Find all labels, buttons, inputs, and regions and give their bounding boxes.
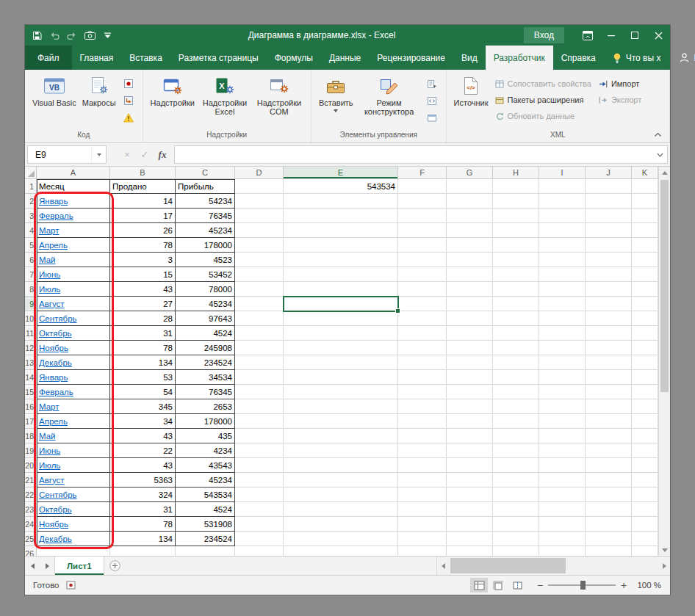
cell-G17[interactable] xyxy=(447,414,493,429)
cell-D20[interactable] xyxy=(235,458,284,473)
cell-B2[interactable]: 14 xyxy=(110,194,176,209)
page-layout-view-button[interactable] xyxy=(489,578,507,593)
cell-H6[interactable] xyxy=(493,253,539,267)
cell-I5[interactable] xyxy=(539,238,586,253)
cell-I22[interactable] xyxy=(539,488,586,502)
cell-A16[interactable]: Март xyxy=(37,399,110,414)
cell-D24[interactable] xyxy=(235,517,284,532)
cell-C2[interactable]: 54234 xyxy=(176,194,235,209)
cell-H24[interactable] xyxy=(493,517,539,532)
cell-H4[interactable] xyxy=(493,223,539,238)
cell-E16[interactable] xyxy=(284,399,398,414)
cell-F5[interactable] xyxy=(398,238,447,253)
cell-E9[interactable] xyxy=(284,297,398,311)
cell-H13[interactable] xyxy=(493,355,539,370)
row-header-16[interactable]: 16 xyxy=(25,399,37,414)
cell-E6[interactable] xyxy=(284,253,398,267)
cell-K12[interactable] xyxy=(632,341,658,355)
cell-A20[interactable]: Июль xyxy=(37,458,110,473)
cell-F18[interactable] xyxy=(398,429,447,443)
cell-F1[interactable] xyxy=(398,179,447,194)
cell-I13[interactable] xyxy=(539,355,586,370)
cell-I12[interactable] xyxy=(539,341,586,355)
horizontal-scroll-track[interactable] xyxy=(449,557,658,575)
cell-K2[interactable] xyxy=(632,194,658,209)
cell-K5[interactable] xyxy=(632,238,658,253)
camera-icon[interactable] xyxy=(81,25,98,46)
cell-D3[interactable] xyxy=(235,209,284,223)
scroll-down-icon[interactable] xyxy=(659,544,670,556)
cell-H21[interactable] xyxy=(493,473,539,488)
macros-button[interactable]: Макросы xyxy=(79,73,119,130)
cell-G13[interactable] xyxy=(447,355,493,370)
cell-C18[interactable]: 435 xyxy=(176,429,235,443)
tab-page-layout[interactable]: Разметка страницы xyxy=(170,46,267,70)
normal-view-button[interactable] xyxy=(470,578,488,593)
cell-A15[interactable]: Февраль xyxy=(37,385,110,399)
undo-icon[interactable] xyxy=(46,25,63,46)
row-header-5[interactable]: 5 xyxy=(25,238,37,253)
cell-B25[interactable]: 134 xyxy=(110,532,176,546)
row-header-12[interactable]: 12 xyxy=(25,341,37,355)
cell-A23[interactable]: Октябрь xyxy=(37,502,110,517)
cell-A6[interactable]: Май xyxy=(37,253,110,267)
row-header-23[interactable]: 23 xyxy=(25,502,37,517)
cell-E22[interactable] xyxy=(284,488,398,502)
formula-bar-expand-icon[interactable] xyxy=(653,145,668,164)
cell-F12[interactable] xyxy=(398,341,447,355)
cell-I19[interactable] xyxy=(539,443,586,458)
cell-D12[interactable] xyxy=(235,341,284,355)
cancel-entry-button[interactable]: × xyxy=(119,149,135,160)
cell-C11[interactable]: 4524 xyxy=(176,326,235,341)
page-break-view-button[interactable] xyxy=(508,578,526,593)
cell-B19[interactable]: 22 xyxy=(110,443,176,458)
cell-I26[interactable] xyxy=(539,546,586,556)
cell-F14[interactable] xyxy=(398,370,447,385)
cell-I2[interactable] xyxy=(539,194,586,209)
excel-addins-button[interactable]: X Надстройки Excel xyxy=(198,73,252,130)
cell-H26[interactable] xyxy=(493,546,539,556)
minimize-button[interactable] xyxy=(599,25,623,46)
insert-function-button[interactable]: fx xyxy=(154,149,170,161)
column-header-A[interactable]: A xyxy=(37,167,110,179)
cell-A10[interactable]: Сентябрь xyxy=(37,311,110,326)
cell-D7[interactable] xyxy=(235,267,284,282)
cell-K26[interactable] xyxy=(632,546,658,556)
cell-D6[interactable] xyxy=(235,253,284,267)
tab-view[interactable]: Вид xyxy=(453,46,486,70)
horizontal-scrollbar[interactable] xyxy=(436,557,670,575)
cell-D14[interactable] xyxy=(235,370,284,385)
cell-G23[interactable] xyxy=(447,502,493,517)
cell-D18[interactable] xyxy=(235,429,284,443)
cell-J1[interactable] xyxy=(586,179,632,194)
cell-B21[interactable]: 5363 xyxy=(110,473,176,488)
tell-me-box[interactable]: Что вы х xyxy=(604,46,670,70)
cell-H19[interactable] xyxy=(493,443,539,458)
cell-J3[interactable] xyxy=(586,209,632,223)
cell-G12[interactable] xyxy=(447,341,493,355)
cell-A13[interactable]: Декабрь xyxy=(37,355,110,370)
cell-F21[interactable] xyxy=(398,473,447,488)
cell-J25[interactable] xyxy=(586,532,632,546)
cell-C26[interactable] xyxy=(176,546,235,556)
cell-K16[interactable] xyxy=(632,399,658,414)
tab-home[interactable]: Главная xyxy=(72,46,122,70)
zoom-slider[interactable] xyxy=(548,584,616,586)
name-box-dropdown-icon[interactable] xyxy=(91,146,106,163)
cell-G18[interactable] xyxy=(447,429,493,443)
cell-B1[interactable]: Продано xyxy=(110,179,176,194)
cell-H20[interactable] xyxy=(493,458,539,473)
row-header-20[interactable]: 20 xyxy=(25,458,37,473)
cell-C19[interactable]: 4234 xyxy=(176,443,235,458)
cell-F26[interactable] xyxy=(398,546,447,556)
cell-E3[interactable] xyxy=(284,209,398,223)
cell-E20[interactable] xyxy=(284,458,398,473)
redo-icon[interactable] xyxy=(63,25,81,46)
ribbon-display-options-icon[interactable] xyxy=(576,25,599,46)
cell-F15[interactable] xyxy=(398,385,447,399)
sheet-nav-left-icon[interactable] xyxy=(25,557,40,575)
cell-A19[interactable]: Июнь xyxy=(37,443,110,458)
cell-I7[interactable] xyxy=(539,267,586,282)
cell-B14[interactable]: 53 xyxy=(110,370,176,385)
cell-F6[interactable] xyxy=(398,253,447,267)
